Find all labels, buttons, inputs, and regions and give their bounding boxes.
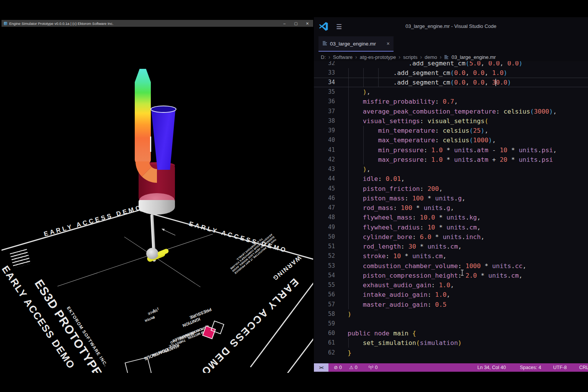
text-cursor — [495, 79, 496, 86]
close-button[interactable]: ✕ — [302, 21, 313, 26]
remote-indicator[interactable]: >< — [314, 363, 328, 372]
code-line[interactable]: 40 max_temperature: celsius(1000), — [314, 135, 588, 145]
chevron-right-icon: › — [355, 54, 357, 60]
intake-funnel — [151, 108, 176, 170]
code-line[interactable]: 61 set_simulation(simulation) — [314, 338, 588, 348]
code-line[interactable]: 44 idle: 0.01, — [314, 174, 588, 184]
code-line[interactable]: 35 ), — [314, 87, 588, 97]
problems-errors[interactable]: ⊘ 0 — [334, 363, 342, 372]
code-line[interactable]: 41 min_pressure: 1.0 * units.atm - 10 * … — [314, 145, 588, 155]
vscode-window: ☰ 03_large_engine.mr - Visual Studio Cod… — [314, 17, 588, 372]
line-number: 52 — [314, 251, 335, 261]
chevron-right-icon: › — [328, 54, 330, 60]
code-line[interactable]: 62} — [314, 348, 588, 358]
tab-label: 03_large_engine.mr — [330, 41, 376, 47]
code-line[interactable]: 38 visual_settings: visual_settings( — [314, 116, 588, 126]
intake-funnel-rim — [150, 106, 176, 113]
window-title: 03_large_engine.mr - Visual Studio Code — [314, 23, 588, 29]
line-number: 50 — [314, 232, 335, 242]
code-line[interactable]: 59 — [314, 319, 588, 329]
code-line[interactable]: 39 min_temperature: celsius(25), — [314, 126, 588, 135]
line-number: 49 — [314, 223, 335, 232]
code-line[interactable]: 33 .add_segment_cm(0.0, 0.0, 1.0) — [314, 68, 588, 78]
indentation-indicator[interactable]: Spaces: 4 — [520, 363, 541, 372]
tab-bar[interactable]: 03_large_engine.mr × — [314, 36, 588, 52]
chevron-right-icon: › — [420, 54, 422, 60]
floor-axis-line — [124, 237, 200, 287]
rod-big-end — [146, 248, 158, 259]
breadcrumb[interactable]: D: › Software › atg-es-prototype › scrip… — [321, 52, 496, 62]
code-line[interactable]: 32 .add_segment_cm(5.0, 0.0, 0.0) — [314, 61, 588, 68]
line-number: 34 — [314, 78, 335, 87]
minimize-button[interactable]: – — [279, 21, 290, 26]
code-line[interactable]: 51 rod_length: 30 * units.cm, — [314, 242, 588, 251]
indent-guide — [363, 68, 364, 87]
tab-close-icon[interactable]: × — [387, 41, 390, 47]
code-line[interactable]: 43 ), — [314, 164, 588, 174]
code-line[interactable]: 50 cylinder_bore: 6.0 * units.inch, — [314, 232, 588, 242]
line-number: 51 — [314, 242, 335, 251]
code-line[interactable]: 36 misfire_probability: 0.7, — [314, 97, 588, 106]
line-number: 59 — [314, 319, 335, 329]
line-number: 44 — [314, 174, 335, 184]
indent-guide — [348, 68, 349, 309]
eol-indicator[interactable]: CRLF — [579, 363, 588, 372]
line-number: 43 — [314, 164, 335, 174]
indent-guide — [378, 68, 379, 87]
code-line[interactable]: 45 piston_friction: 200, — [314, 184, 588, 194]
line-number: 40 — [314, 135, 335, 145]
ports-forwarded[interactable]: 0 — [368, 363, 377, 372]
breadcrumb-item[interactable]: Software — [333, 54, 353, 60]
code-editor[interactable]: 32 .add_segment_cm(5.0, 0.0, 0.0)33 .add… — [314, 61, 588, 363]
encoding-indicator[interactable]: UTF-8 — [553, 363, 567, 372]
breadcrumb-file[interactable]: 03_large_engine.mr — [451, 54, 496, 60]
floor-edge-bottom-right-outer — [286, 330, 313, 373]
line-number: 32 — [314, 61, 335, 68]
breadcrumb-item[interactable]: scripts — [403, 54, 418, 60]
crankcase-cylinder — [139, 200, 175, 215]
line-number: 33 — [314, 68, 335, 78]
floor-warning-title: WARNING — [271, 254, 302, 282]
code-line[interactable]: 34 .add_segment_cm(0.0, 0.0, 30.0) — [314, 78, 588, 87]
tab-03-large-engine[interactable]: 03_large_engine.mr × — [318, 36, 394, 52]
floor-hash-marks — [10, 249, 31, 268]
line-number: 55 — [314, 280, 335, 290]
line-number: 42 — [314, 155, 335, 164]
code-line[interactable]: 42 max_pressure: 1.0 * units.atm + 20 * … — [314, 155, 588, 164]
code-line[interactable]: 58) — [314, 309, 588, 319]
code-line[interactable]: 48 flywheel_mass: 10.0 * units.kg, — [314, 213, 588, 222]
desktop: Engine Simulator Prototype v0.0.0.1a | (… — [0, 0, 588, 392]
code-line[interactable]: 47 rod_mass: 100 * units.g, — [314, 203, 588, 213]
line-number: 36 — [314, 97, 335, 106]
code-line[interactable]: 57 master_audio_gain: 0.5 — [314, 300, 588, 309]
problems-warnings[interactable]: ⚠ 0 — [349, 363, 358, 372]
line-col-indicator[interactable]: Ln 34, Col 40 — [477, 363, 506, 372]
engine-3d-viewport[interactable]: EARLY ACCESS DEMO EARLY ACCESS DEMO EARL… — [2, 27, 313, 373]
code-line[interactable]: 55 exhaust_audio_gain: 1.0, — [314, 280, 588, 290]
exhaust-pipe-thermal — [135, 69, 151, 164]
code-line[interactable]: 37 average_peak_combustion_temperature: … — [314, 107, 588, 116]
breadcrumb-item[interactable]: demo — [425, 54, 437, 60]
code-line[interactable]: 49 flywheel_radius: 10 * units.cm, — [314, 223, 588, 232]
indent-guide — [363, 126, 364, 164]
line-number: 53 — [314, 261, 335, 271]
line-number: 39 — [314, 126, 335, 135]
spark-plug-lead — [150, 137, 151, 152]
breadcrumb-item[interactable]: atg-es-prototype — [360, 54, 396, 60]
line-number: 45 — [314, 184, 335, 194]
floor-band-text: EARLY ACCESS DEMO — [43, 203, 143, 237]
code-line[interactable]: 53 combustion_chamber_volume: 1000 * uni… — [314, 261, 588, 271]
file-icon — [444, 55, 449, 60]
line-number: 56 — [314, 290, 335, 299]
vscode-titlebar[interactable]: ☰ 03_large_engine.mr - Visual Studio Cod… — [314, 17, 588, 36]
mouse-ibeam-cursor — [460, 270, 464, 277]
breadcrumb-item[interactable]: D: — [321, 54, 326, 60]
code-line[interactable]: 60public node main { — [314, 329, 588, 338]
code-line[interactable]: 56 intake_audio_gain: 1.0, — [314, 290, 588, 299]
engine-titlebar[interactable]: Engine Simulator Prototype v0.0.0.1a | (… — [2, 20, 313, 27]
code-line[interactable]: 46 piston_mass: 100 * units.g, — [314, 194, 588, 203]
status-bar[interactable]: >< ⊘ 0 ⚠ 0 0 Ln 34, Col 40 Spaces: 4 UTF… — [314, 363, 588, 372]
code-line[interactable]: 52 stroke: 10 * units.cm, — [314, 251, 588, 261]
code-line[interactable]: 54 piston_compression_height: 2.0 * unit… — [314, 271, 588, 280]
maximize-button[interactable]: ▢ — [290, 21, 302, 26]
